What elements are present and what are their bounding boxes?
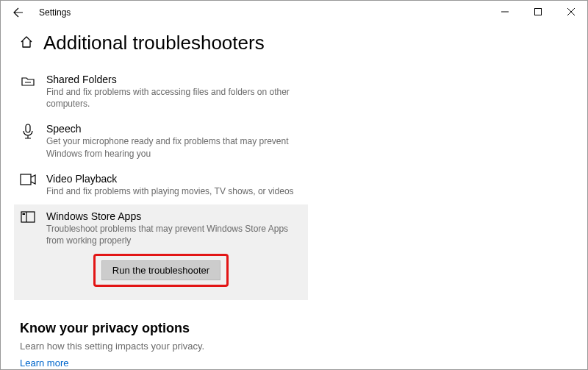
minimize-icon xyxy=(501,8,509,15)
learn-more-link[interactable]: Learn more xyxy=(20,357,68,369)
window-controls xyxy=(488,1,587,23)
svg-rect-0 xyxy=(534,9,541,15)
page-title: Additional troubleshooters xyxy=(43,32,265,54)
troubleshooter-text: Windows Store Apps Troubleshoot problems… xyxy=(46,210,302,246)
troubleshooter-description: Get your microphone ready and fix proble… xyxy=(46,135,302,159)
close-button[interactable] xyxy=(554,1,587,23)
troubleshooter-title: Video Playback xyxy=(46,173,302,185)
apps-icon xyxy=(20,210,36,223)
troubleshooter-text: Video Playback Find and fix problems wit… xyxy=(46,173,302,197)
video-icon xyxy=(20,173,36,185)
troubleshooter-text: Shared Folders Find and fix problems wit… xyxy=(46,74,302,110)
close-icon xyxy=(567,8,575,15)
maximize-icon xyxy=(534,8,542,15)
troubleshooter-title: Speech xyxy=(46,123,302,135)
maximize-button[interactable] xyxy=(521,1,554,23)
troubleshooter-speech[interactable]: Speech Get your microphone ready and fix… xyxy=(14,117,308,166)
privacy-description: Learn how this setting impacts your priv… xyxy=(20,341,568,352)
svg-rect-2 xyxy=(21,174,31,185)
run-troubleshooter-button[interactable]: Run the troubleshooter xyxy=(101,260,220,280)
page-header: Additional troubleshooters xyxy=(20,32,568,54)
home-icon[interactable] xyxy=(20,35,33,51)
content-area: Additional troubleshooters Shared Folder… xyxy=(1,24,587,369)
arrow-left-icon xyxy=(12,7,24,18)
troubleshooter-description: Troubleshoot problems that may prevent W… xyxy=(46,223,302,246)
highlight-annotation: Run the troubleshooter xyxy=(93,254,229,287)
window-title: Settings xyxy=(39,7,71,18)
titlebar: Settings xyxy=(1,1,587,24)
folder-shared-icon xyxy=(20,74,36,89)
troubleshooter-description: Find and fix problems with accessing fil… xyxy=(46,86,302,110)
run-button-row: Run the troubleshooter xyxy=(14,251,308,300)
svg-rect-4 xyxy=(23,213,26,215)
microphone-icon xyxy=(20,123,36,140)
troubleshooter-list: Shared Folders Find and fix problems wit… xyxy=(14,68,568,300)
troubleshooter-video-playback[interactable]: Video Playback Find and fix problems wit… xyxy=(14,167,308,204)
troubleshooter-shared-folders[interactable]: Shared Folders Find and fix problems wit… xyxy=(14,68,308,117)
privacy-heading: Know your privacy options xyxy=(20,321,568,336)
troubleshooter-windows-store-apps[interactable]: Windows Store Apps Troubleshoot problems… xyxy=(14,204,308,251)
minimize-button[interactable] xyxy=(488,1,521,23)
troubleshooter-description: Find and fix problems with playing movie… xyxy=(46,185,302,197)
troubleshooter-title: Shared Folders xyxy=(46,74,302,85)
svg-rect-1 xyxy=(26,124,30,132)
back-button[interactable] xyxy=(7,1,30,24)
troubleshooter-title: Windows Store Apps xyxy=(46,210,302,222)
troubleshooter-text: Speech Get your microphone ready and fix… xyxy=(46,123,302,159)
privacy-section: Know your privacy options Learn how this… xyxy=(20,321,568,369)
